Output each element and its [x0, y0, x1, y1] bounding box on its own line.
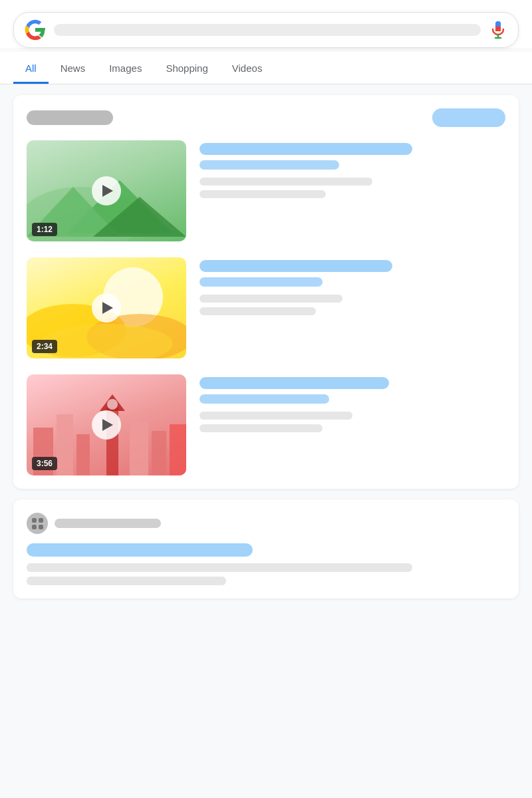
video-desc2-3 [200, 424, 323, 432]
video-item-2[interactable]: 2:34 [27, 257, 505, 358]
site-dot-4 [39, 525, 43, 529]
video-desc1-2 [200, 295, 342, 303]
site-name [55, 519, 161, 528]
result-title[interactable] [27, 543, 253, 557]
search-result-card [13, 499, 519, 598]
video-desc2-1 [200, 190, 326, 198]
video-item-1[interactable]: 1:12 [27, 140, 505, 241]
play-button-3[interactable] [92, 410, 121, 440]
video-thumbnail-3[interactable]: 3:56 [27, 374, 186, 475]
search-bar[interactable] [13, 12, 519, 48]
video-title-3 [200, 377, 389, 389]
svg-rect-4 [495, 21, 501, 27]
svg-rect-16 [57, 414, 73, 475]
svg-rect-17 [76, 434, 90, 475]
site-icon [27, 513, 48, 534]
svg-rect-22 [152, 431, 166, 475]
video-subtitle-1 [200, 160, 339, 170]
video-thumbnail-1[interactable]: 1:12 [27, 140, 186, 241]
search-area [0, 0, 532, 48]
play-triangle-1 [102, 185, 113, 197]
tab-images[interactable]: Images [97, 52, 154, 84]
microphone-svg [491, 21, 505, 39]
tab-shopping[interactable]: Shopping [154, 52, 219, 84]
video-item-3[interactable]: 3:56 [27, 374, 505, 475]
video-info-2 [200, 257, 505, 315]
result-desc-1 [27, 563, 412, 572]
duration-badge-2: 2:34 [32, 340, 57, 353]
svg-rect-23 [170, 424, 186, 475]
video-title-2 [200, 260, 392, 272]
search-input[interactable] [54, 24, 481, 36]
video-info-1 [200, 140, 505, 198]
video-thumbnail-2[interactable]: 2:34 [27, 257, 186, 358]
result-desc-2 [27, 577, 226, 585]
duration-badge-1: 1:12 [32, 223, 57, 236]
result-site-row [27, 513, 505, 534]
video-subtitle-3 [200, 394, 329, 404]
tabs-bar: All News Images Shopping Videos [0, 52, 532, 84]
mic-icon[interactable] [489, 21, 507, 39]
google-logo [25, 19, 46, 41]
site-dot-3 [32, 525, 37, 529]
video-desc2-2 [200, 307, 316, 315]
card-action-button[interactable] [432, 108, 505, 127]
tab-news[interactable]: News [49, 52, 98, 84]
play-button-1[interactable] [92, 176, 121, 205]
site-dot-2 [39, 518, 43, 523]
tab-videos[interactable]: Videos [220, 52, 275, 84]
tab-all[interactable]: All [13, 52, 49, 84]
video-subtitle-2 [200, 277, 323, 287]
content-area: 1:12 2:34 [0, 84, 532, 609]
video-title-1 [200, 143, 412, 155]
video-desc1-1 [200, 178, 372, 186]
svg-rect-6 [495, 29, 501, 31]
site-icon-dots [28, 514, 47, 533]
svg-rect-21 [130, 421, 148, 475]
svg-point-20 [107, 399, 118, 410]
card-header [27, 108, 505, 127]
video-results-card: 1:12 2:34 [13, 95, 519, 489]
card-title [27, 110, 113, 125]
play-triangle-3 [102, 419, 113, 431]
video-desc1-3 [200, 412, 352, 420]
play-button-2[interactable] [92, 293, 121, 323]
play-triangle-2 [102, 302, 113, 314]
duration-badge-3: 3:56 [32, 457, 57, 470]
video-info-3 [200, 374, 505, 432]
site-dot-1 [32, 518, 37, 523]
